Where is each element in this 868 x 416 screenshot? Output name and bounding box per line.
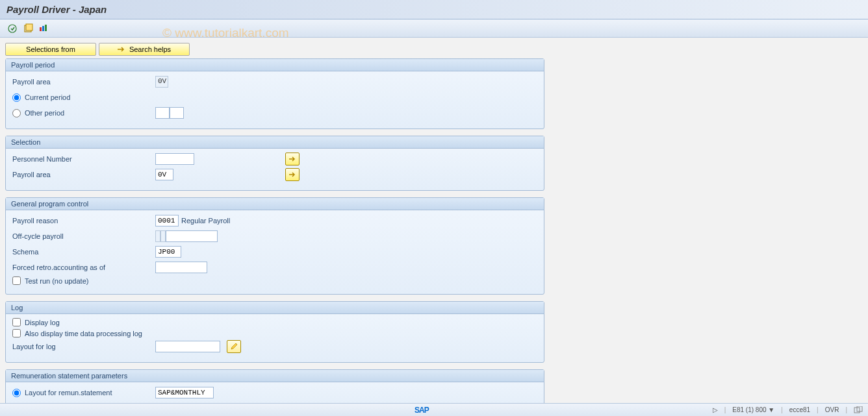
layout-log-label: Layout for log (12, 343, 155, 350)
panel-header-general: General program control (6, 198, 544, 210)
payroll-area-label: Payroll area (12, 78, 155, 86)
panel-selection: Selection Personnel Number Payroll area (5, 136, 544, 191)
schema-label: Schema (12, 248, 155, 256)
variant-icon[interactable] (22, 23, 34, 34)
payroll-reason-text: Regular Payroll (181, 217, 230, 225)
payroll-area-multiple-button[interactable] (285, 168, 300, 181)
offcycle-label: Off-cycle payroll (12, 232, 155, 240)
toolbar (0, 19, 868, 38)
panel-payroll-period: Payroll period Payroll area 0V Current p… (5, 58, 544, 129)
panel-header-log: Log (6, 302, 544, 314)
test-run-label: Test run (no update) (25, 277, 88, 285)
layout-log-edit-button[interactable] (227, 340, 241, 353)
execute-icon[interactable] (6, 23, 18, 34)
arrow-right-icon (118, 46, 125, 53)
panel-log: Log Display log Also display time data p… (5, 301, 544, 363)
content-area: Selections from Search helps Payroll per… (0, 38, 868, 412)
panel-header-selection: Selection (6, 136, 544, 149)
status-mode: OVR (825, 406, 839, 413)
layout-log-input[interactable] (155, 341, 220, 352)
search-helps-button[interactable]: Search helps (99, 43, 190, 56)
panel-general: General program control Payroll reason R… (5, 197, 544, 295)
personnel-number-input[interactable] (155, 153, 194, 165)
also-display-checkbox[interactable] (12, 329, 21, 337)
svg-rect-5 (45, 25, 47, 31)
status-system: E81 (1) 800 ▼ (732, 406, 774, 413)
offcycle-ro-1 (155, 230, 160, 242)
test-run-checkbox[interactable] (12, 276, 21, 285)
other-period-input-1[interactable] (155, 107, 170, 119)
forced-retro-label: Forced retro.accounting as of (12, 263, 155, 271)
remun-layout-radio-input[interactable] (12, 389, 21, 397)
status-extra-icon[interactable] (854, 406, 863, 414)
svg-point-0 (8, 25, 16, 32)
svg-rect-3 (40, 27, 42, 31)
remun-layout-input[interactable] (155, 387, 214, 398)
personnel-number-multiple-button[interactable] (285, 153, 300, 165)
selections-from-button[interactable]: Selections from (5, 43, 96, 56)
payroll-area-value: 0V (155, 76, 168, 88)
search-helps-label: Search helps (129, 45, 171, 53)
panel-header-remuneration: Remuneration statement parameters (6, 370, 544, 382)
schema-input[interactable] (155, 246, 181, 258)
also-display-label: Also display time data processing log (25, 330, 142, 337)
personnel-number-label: Personnel Number (12, 155, 155, 163)
remun-layout-label: Layout for remun.statement (25, 389, 112, 397)
current-period-radio-input[interactable] (12, 93, 21, 102)
payroll-reason-label: Payroll reason (12, 217, 155, 225)
status-server: ecce81 (789, 406, 810, 413)
status-bar: SAP ▷ | E81 (1) 800 ▼ | ecce81 | OVR | (0, 403, 868, 416)
page-title: Payroll Driver - Japan (0, 0, 868, 19)
current-period-label: Current period (25, 93, 70, 101)
sap-logo: SAP (415, 406, 429, 415)
offcycle-ro-2 (160, 230, 166, 242)
other-period-radio[interactable]: Other period (12, 109, 155, 117)
selection-payroll-area-label: Payroll area (12, 171, 155, 178)
display-log-label: Display log (25, 319, 60, 326)
svg-rect-2 (26, 24, 32, 31)
svg-rect-4 (42, 26, 44, 31)
payroll-reason-input[interactable] (155, 215, 179, 226)
other-period-radio-input[interactable] (12, 109, 21, 117)
current-period-radio[interactable]: Current period (12, 93, 70, 102)
remun-layout-radio[interactable]: Layout for remun.statement (12, 389, 155, 397)
panel-header-payroll-period: Payroll period (6, 59, 544, 71)
offcycle-input[interactable] (166, 230, 218, 242)
forced-retro-input[interactable] (155, 262, 207, 273)
other-period-label: Other period (25, 109, 64, 117)
selection-payroll-area-input[interactable] (155, 169, 173, 180)
selections-from-label: Selections from (26, 45, 75, 53)
settings-icon[interactable] (38, 23, 49, 34)
other-period-input-2[interactable] (170, 107, 184, 119)
status-triangle-icon[interactable]: ▷ (713, 406, 718, 413)
display-log-checkbox[interactable] (12, 318, 21, 326)
